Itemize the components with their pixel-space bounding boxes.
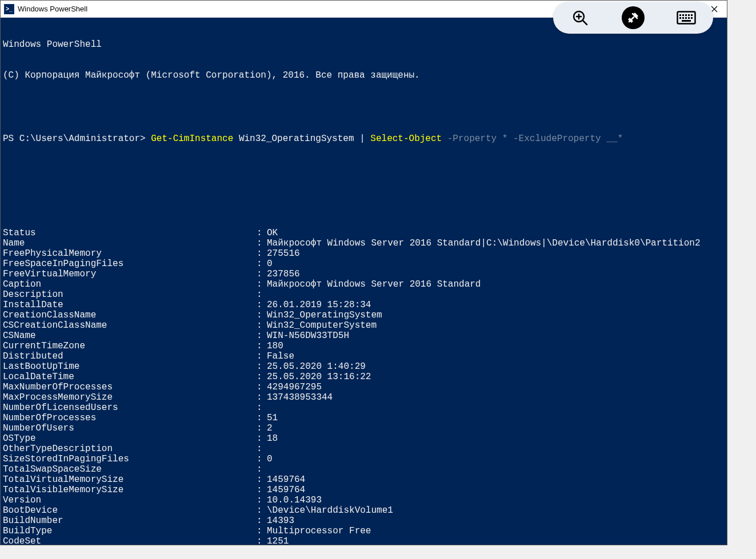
output-row: CSCreationClassName:Win32_ComputerSystem (3, 320, 725, 331)
property-key: Caption (3, 279, 257, 289)
property-value: 237856 (267, 269, 300, 279)
output-row: CSName:WIN-N56DW33TD5H (3, 331, 725, 341)
property-key: FreeSpaceInPagingFiles (3, 259, 257, 269)
output-row: BuildNumber:14393 (3, 516, 725, 526)
svg-rect-14 (685, 17, 687, 19)
property-separator: : (257, 536, 267, 545)
output-row: FreeVirtualMemory:237856 (3, 269, 725, 279)
output-row: CreationClassName:Win32_OperatingSystem (3, 310, 725, 320)
property-key: BootDevice (3, 505, 257, 516)
property-separator: : (257, 433, 267, 444)
property-key: NumberOfProcesses (3, 413, 257, 423)
svg-rect-13 (682, 17, 684, 19)
output-row: CurrentTimeZone:180 (3, 341, 725, 351)
svg-rect-11 (691, 14, 693, 16)
output-row: MaxProcessMemorySize:137438953344 (3, 392, 725, 403)
cmd-params: -Property * -ExcludeProperty __* (442, 134, 623, 144)
property-key: Name (3, 238, 257, 248)
property-separator: : (257, 372, 267, 382)
output-row: Version:10.0.14393 (3, 495, 725, 505)
property-value: 1459764 (267, 485, 305, 495)
keyboard-button[interactable] (675, 6, 698, 29)
property-key: CSCreationClassName (3, 320, 257, 331)
svg-rect-16 (691, 17, 693, 19)
property-separator: : (257, 382, 267, 392)
pipe: | (359, 134, 365, 144)
property-value: Multiprocessor Free (267, 526, 371, 536)
property-key: MaxProcessMemorySize (3, 392, 257, 403)
property-separator: : (257, 495, 267, 505)
property-value: WIN-N56DW33TD5H (267, 331, 349, 341)
property-value: 2 (267, 423, 273, 433)
svg-rect-15 (688, 17, 690, 19)
blank-line (3, 197, 725, 207)
output-row: FreePhysicalMemory:275516 (3, 248, 725, 259)
output-row: TotalVisibleMemorySize:1459764 (3, 485, 725, 495)
property-key: Version (3, 495, 257, 505)
output-row: SizeStoredInPagingFiles:0 (3, 454, 725, 464)
output-row: TotalVirtualMemorySize:1459764 (3, 474, 725, 485)
property-separator: : (257, 238, 267, 248)
banner-line: Windows PowerShell (3, 39, 725, 50)
connection-icon (627, 11, 639, 24)
property-separator: : (257, 289, 267, 300)
output-row: LocalDateTime:25.05.2020 13:16:22 (3, 372, 725, 382)
prompt-prefix: PS C:\Users\Administrator> (3, 134, 151, 144)
powershell-window: >_ Windows PowerShell Windows PowerShell… (0, 0, 727, 545)
property-separator: : (257, 310, 267, 320)
svg-line-3 (583, 21, 587, 25)
output-row: CodeSet:1251 (3, 536, 725, 545)
property-value: 1459764 (267, 474, 305, 485)
output-row: Caption:Майкрософт Windows Server 2016 S… (3, 279, 725, 289)
property-key: SizeStoredInPagingFiles (3, 454, 257, 464)
property-key: MaxNumberOfProcesses (3, 382, 257, 392)
blank-line (3, 166, 725, 176)
property-key: LocalDateTime (3, 372, 257, 382)
property-value: Майкрософт Windows Server 2016 Standard|… (267, 238, 701, 248)
svg-rect-9 (685, 14, 687, 16)
property-value: 10.0.14393 (267, 495, 322, 505)
output-row: BootDevice:\Device\HarddiskVolume1 (3, 505, 725, 516)
property-key: Description (3, 289, 257, 300)
property-separator: : (257, 454, 267, 464)
terminal-body[interactable]: Windows PowerShell (C) Корпорация Майкро… (1, 18, 727, 545)
property-separator: : (257, 505, 267, 516)
property-separator: : (257, 320, 267, 331)
property-separator: : (257, 259, 267, 269)
property-separator: : (257, 392, 267, 403)
property-value: Майкрософт Windows Server 2016 Standard (267, 279, 481, 289)
output-row: TotalSwapSpaceSize: (3, 464, 725, 474)
property-value: 14393 (267, 516, 294, 526)
svg-rect-7 (679, 14, 681, 16)
output-row: NumberOfLicensedUsers: (3, 403, 725, 413)
property-value: \Device\HarddiskVolume1 (267, 505, 393, 516)
property-separator: : (257, 516, 267, 526)
zoom-button[interactable] (569, 6, 591, 29)
svg-rect-17 (682, 20, 691, 22)
property-value: 275516 (267, 248, 300, 259)
property-key: CSName (3, 331, 257, 341)
property-key: OSType (3, 433, 257, 444)
property-key: TotalVisibleMemorySize (3, 485, 257, 495)
property-value: 4294967295 (267, 382, 322, 392)
property-key: BuildNumber (3, 516, 257, 526)
zoom-in-icon (571, 9, 589, 26)
property-key: NumberOfLicensedUsers (3, 403, 257, 413)
output-row: FreeSpaceInPagingFiles:0 (3, 259, 725, 269)
blank-line (3, 101, 725, 111)
property-key: NumberOfUsers (3, 423, 257, 433)
property-separator: : (257, 361, 267, 372)
output-row: BuildType:Multiprocessor Free (3, 526, 725, 536)
property-separator: : (257, 331, 267, 341)
property-value: 51 (267, 413, 278, 423)
property-key: OtherTypeDescription (3, 444, 257, 454)
output-row: OSType:18 (3, 433, 725, 444)
property-separator: : (257, 403, 267, 413)
property-value: 137438953344 (267, 392, 333, 403)
svg-rect-8 (682, 14, 684, 16)
property-value: 1251 (267, 536, 289, 545)
cmdlet: Select-Object (365, 134, 442, 144)
property-key: Distributed (3, 351, 257, 361)
connection-button[interactable] (622, 6, 645, 29)
property-value: 0 (267, 454, 273, 464)
